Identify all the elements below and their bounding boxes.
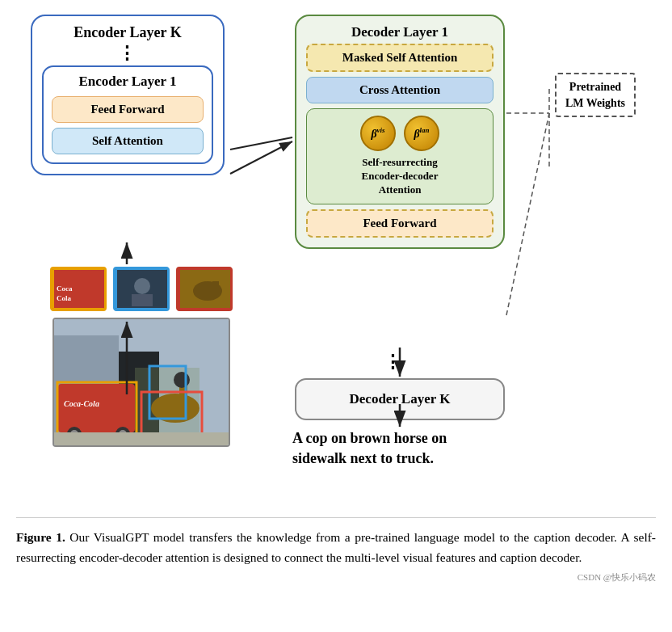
self-resurrecting-text: Self-resurrectingEncoder-decoderAttentio… [313,156,486,197]
svg-rect-6 [132,294,153,306]
beta-lan-circle: βlan [404,116,439,151]
svg-rect-28 [54,432,230,447]
svg-text:Cola: Cola [57,294,72,302]
figure-number: Figure 1. [16,530,65,544]
encoder-feed-forward: Feed Forward [52,96,204,123]
coca-cola-small-svg: Coca Cola [52,268,104,310]
main-container: Encoder Layer K ⋮ Encoder Layer 1 Feed F… [0,0,672,600]
large-image-svg: Coca-Cola [54,319,230,447]
small-images-row: Coca Cola [40,267,242,311]
beta-lan-text: βlan [414,126,429,141]
images-area: Coca Cola [40,267,242,447]
watermark: CSDN @快乐小码农 [16,571,656,584]
small-img-horse [176,267,233,311]
decoder-1-label: Decoder Layer 1 [306,24,494,40]
self-resurrecting-box: βvis βlan Self-resurrectingEncoder-decod… [306,108,494,204]
encoder-outer-box: Encoder Layer K ⋮ Encoder Layer 1 Feed F… [31,15,225,175]
masked-self-attention: Masked Self Attention [306,44,494,72]
svg-text:Coca: Coca [57,284,73,293]
cross-attention: Cross Attention [306,77,494,103]
encoder-inner-box: Encoder Layer 1 Feed Forward Self Attent… [42,65,213,164]
police-small-svg [116,268,167,310]
svg-line-32 [230,137,292,150]
dots-encoder: ⋮ [42,44,213,62]
pretrained-label-text: PretrainedLM Weights [560,79,631,111]
encoder-self-attention: Self Attention [52,128,204,154]
small-img-horse-content [178,269,230,309]
figure-caption: Figure 1. Our VisualGPT model transfers … [16,517,656,568]
svg-rect-15 [58,384,135,432]
decoder-outer-box: Decoder Layer 1 Masked Self Attention Cr… [295,15,505,249]
decoder-feed-forward: Feed Forward [306,209,494,238]
large-image: Coca-Cola [52,318,230,447]
encoder-k-label: Encoder Layer K [42,24,213,41]
pretrained-label: PretrainedLM Weights [555,73,636,117]
svg-line-31 [230,141,292,174]
horse-small-svg [178,268,230,310]
diagram: Encoder Layer K ⋮ Encoder Layer 1 Feed F… [16,8,656,509]
beta-vis-text: βvis [371,126,384,141]
svg-line-37 [506,113,549,315]
caption-output: A cop on brown horse on sidewalk next to… [292,428,535,469]
decoder-layer-k: Decoder Layer K [295,378,505,420]
svg-point-24 [174,372,190,388]
caption-text-line1: A cop on brown horse on [292,428,535,449]
dots-decoder: ⋮ [384,352,401,373]
figure-caption-text: Our VisualGPT model transfers the knowle… [16,530,656,564]
caption-text-line2: sidewalk next to truck. [292,449,535,469]
small-img-coca-cola-content: Coca Cola [52,269,104,309]
small-img-police [113,267,170,311]
svg-point-5 [134,278,150,294]
encoder-1-label: Encoder Layer 1 [52,74,204,90]
svg-text:Coca-Cola: Coca-Cola [64,399,99,408]
beta-vis-circle: βvis [360,116,396,151]
small-img-coca-cola: Coca Cola [50,267,107,311]
svg-rect-10 [212,281,219,294]
small-img-police-content [116,269,167,309]
beta-row: βvis βlan [313,116,486,151]
